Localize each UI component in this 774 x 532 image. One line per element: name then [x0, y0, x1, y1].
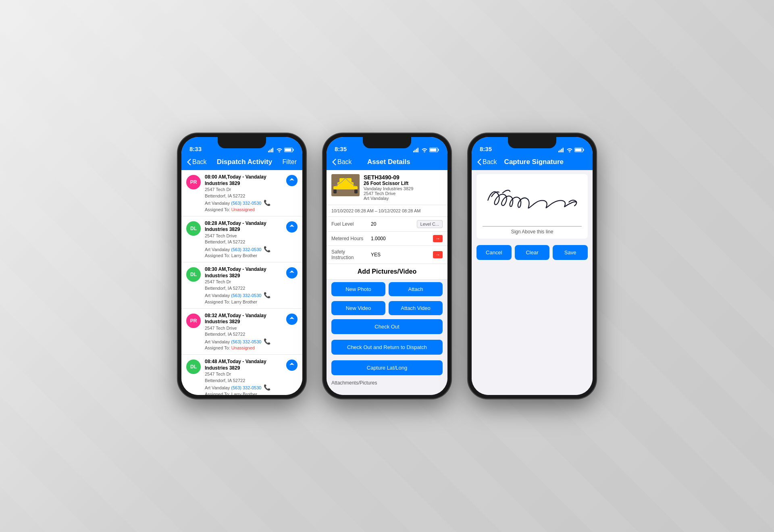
asset-company: Vandalay Industries 3829	[364, 186, 443, 191]
dispatch-info: 08:30 AM,Today - Vandalay Industries 382…	[205, 266, 282, 304]
hours-row: Metered Hours 1.0000	[327, 232, 447, 246]
back-chevron-icon	[187, 159, 191, 165]
signature-content: Sign Above this line Cancel Clear Save	[472, 170, 593, 395]
wifi-icon	[422, 148, 427, 152]
signal-icon	[413, 148, 420, 152]
navigation-icon[interactable]	[286, 267, 298, 278]
battery-icon	[284, 148, 294, 152]
dispatch-info: 08:48 AM,Today - Vandalay Industries 382…	[205, 359, 282, 395]
checkout-dispatch-section: Check Out and Return to Dispatch	[327, 338, 447, 359]
wifi-icon	[277, 148, 282, 152]
fuel-label: Fuel Level	[331, 221, 368, 227]
svg-rect-30	[575, 149, 582, 152]
location-icon	[289, 178, 295, 183]
avatar: DL	[186, 360, 201, 374]
list-item[interactable]: PR 08:00 AM,Today - Vandalay Industries …	[181, 170, 302, 216]
svg-rect-1	[270, 150, 271, 153]
back-button-2[interactable]: Back	[332, 158, 352, 166]
dispatch-info: 08:32 AM,Today - Vandalay Industries 382…	[205, 313, 282, 351]
status-time-2: 8:35	[335, 145, 347, 152]
dispatch-assigned: Assigned To: Larry Brother	[205, 299, 282, 304]
safety-arrow[interactable]	[433, 251, 443, 258]
back-chevron-icon	[332, 159, 336, 165]
scissor-lift-image	[331, 174, 360, 196]
svg-rect-13	[430, 149, 437, 152]
nav-title-2: Asset Details	[367, 158, 410, 166]
filter-button[interactable]: Filter	[282, 158, 297, 166]
signature-canvas[interactable]: Sign Above this line	[476, 174, 588, 239]
phone-dispatch: 8:33 Back Dispatch Activity Filter	[177, 133, 306, 399]
hours-arrow[interactable]	[433, 235, 443, 242]
nav-bar-2: Back Asset Details	[327, 155, 447, 170]
svg-rect-5	[293, 149, 294, 151]
asset-id: SETH3490-09	[364, 174, 443, 181]
dispatch-assigned: Assigned To: Unassigned	[205, 345, 282, 350]
svg-rect-12	[438, 149, 439, 151]
dispatch-list: PR 08:00 AM,Today - Vandalay Industries …	[181, 170, 302, 395]
attach-button[interactable]: Attach	[389, 282, 443, 296]
safety-value: YES	[371, 252, 430, 258]
hours-value: 1.0000	[371, 236, 430, 241]
avatar: PR	[186, 314, 201, 328]
back-chevron-icon	[477, 159, 481, 165]
back-button-3[interactable]: Back	[477, 158, 497, 166]
new-video-button[interactable]: New Video	[331, 301, 385, 315]
list-item[interactable]: DL 08:30 AM,Today - Vandalay Industries …	[181, 262, 302, 309]
svg-rect-26	[561, 149, 562, 152]
svg-rect-10	[418, 148, 419, 153]
battery-icon	[429, 148, 439, 152]
asset-info: SETH3490-09 26 Foot Scissor Lift Vandala…	[364, 174, 443, 201]
phones-container: 8:33 Back Dispatch Activity Filter	[177, 133, 597, 399]
safety-row: Safety Instruction YES	[327, 246, 447, 264]
navigation-icon[interactable]	[286, 360, 298, 371]
avatar: PR	[186, 175, 201, 189]
dispatch-address: 2547 Tech DrBettendorf, IA 52722Art Vand…	[205, 371, 282, 391]
back-button-1[interactable]: Back	[187, 158, 207, 166]
svg-rect-9	[416, 149, 417, 152]
clear-button[interactable]: Clear	[515, 245, 550, 260]
fuel-tag[interactable]: Level C...	[417, 220, 443, 228]
phone-asset-details: 8:35 Back Asset Details	[322, 133, 452, 399]
status-time-1: 8:33	[189, 145, 202, 152]
dispatch-info: 08:00 AM,Today - Vandalay Industries 382…	[205, 174, 282, 212]
video-attach-row: New Video Attach Video	[327, 299, 447, 318]
checkout-dispatch-button[interactable]: Check Out and Return to Dispatch	[331, 340, 443, 355]
navigation-icon[interactable]	[286, 314, 298, 325]
cancel-button[interactable]: Cancel	[476, 245, 512, 260]
avatar: DL	[186, 221, 201, 236]
signal-icon	[558, 148, 565, 152]
phone-screen-1: 8:33 Back Dispatch Activity Filter	[181, 137, 302, 395]
location-icon	[289, 270, 295, 276]
checkout-button[interactable]: Check Out	[331, 319, 443, 334]
svg-rect-29	[583, 149, 584, 151]
list-item[interactable]: PR 08:32 AM,Today - Vandalay Industries …	[181, 309, 302, 355]
capture-lat-button[interactable]: Capture Lat/Long	[331, 360, 443, 375]
svg-rect-0	[268, 151, 269, 152]
hours-label: Metered Hours	[331, 236, 368, 241]
svg-rect-8	[415, 150, 416, 153]
location-icon	[289, 362, 295, 368]
nav-title-3: Capture Signature	[504, 158, 564, 166]
navigation-icon[interactable]	[286, 221, 298, 233]
photo-attach-row: New Photo Attach	[327, 280, 447, 299]
attach-video-button[interactable]: Attach Video	[389, 301, 443, 315]
asset-details-content: SETH3490-09 26 Foot Scissor Lift Vandala…	[327, 170, 447, 395]
dispatch-title: 08:48 AM,Today - Vandalay Industries 382…	[205, 359, 282, 371]
list-item[interactable]: DL 08:48 AM,Today - Vandalay Industries …	[181, 355, 302, 395]
new-photo-button[interactable]: New Photo	[331, 282, 385, 296]
signature-line	[483, 226, 582, 227]
phone-screen-3: 8:35 Back Capture Signature	[472, 137, 593, 395]
list-item[interactable]: DL 08:28 AM,Today - Vandalay Industries …	[181, 216, 302, 263]
safety-label: Safety Instruction	[331, 249, 368, 260]
nav-bar-1: Back Dispatch Activity Filter	[181, 155, 302, 170]
svg-rect-2	[271, 149, 272, 152]
capture-lat-section: Capture Lat/Long	[327, 359, 447, 377]
dispatch-info: 08:28 AM,Today - Vandalay Industries 382…	[205, 220, 282, 258]
dispatch-title: 08:00 AM,Today - Vandalay Industries 382…	[205, 174, 282, 187]
navigation-icon[interactable]	[286, 175, 298, 186]
save-button[interactable]: Save	[553, 245, 588, 260]
phone-signature: 8:35 Back Capture Signature	[468, 133, 597, 399]
dispatch-assigned: Assigned To: Larry Brother	[205, 392, 282, 395]
sign-above-label: Sign Above this line	[476, 229, 588, 235]
fuel-level-row: Fuel Level 20 Level C...	[327, 217, 447, 232]
